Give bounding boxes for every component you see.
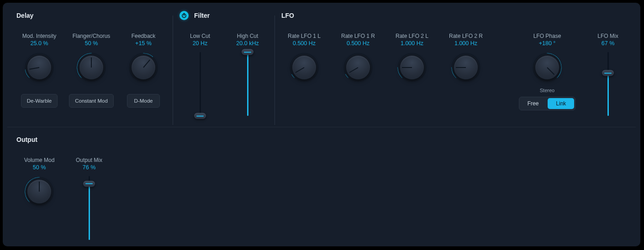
label-lfo-phase: LFO Phase [533,33,561,39]
label-low-cut: Low Cut [190,33,210,39]
section-filter: Filter Low Cut 20 Hz High Cut 20.0 kHz [179,11,268,116]
control-rate-lfo-2r: Rate LFO 2 R 1.000 Hz [443,33,489,116]
control-lfo-phase: LFO Phase +180 ° Stereo Free Link [515,33,579,116]
control-mod-intensity: Mod. Intensity 25.0 % De-Warble [16,33,62,108]
output-title: Output [16,135,110,144]
stereo-option-link[interactable]: Link [548,98,574,109]
knob-rate-lfo-1r[interactable] [343,53,373,82]
button-de-warble[interactable]: De-Warble [21,94,58,108]
control-low-cut: Low Cut 20 Hz [179,33,221,116]
value-rate-lfo-2r: 1.000 Hz [454,40,477,47]
control-feedback: Feedback +15 % D-Mode [121,33,166,108]
control-lfo-mix: LFO Mix 67 % [587,33,628,116]
knob-rate-lfo-2l[interactable] [397,53,427,82]
knob-mod-intensity[interactable] [25,53,54,82]
value-rate-lfo-1r: 0.500 Hz [347,40,370,47]
label-rate-lfo-2l: Rate LFO 2 L [396,33,428,39]
stereo-option-free[interactable]: Free [519,97,547,110]
filter-title: Filter [194,12,210,19]
section-lfo: LFO Rate LFO 1 L 0.500 Hz Rate LFO 1 R 0… [281,11,628,116]
control-volume-mod: Volume Mod 50 % [16,157,62,240]
stereo-label: Stereo [540,88,554,93]
value-volume-mod: 50 % [33,164,46,171]
slider-high-cut[interactable] [241,52,254,116]
knob-lfo-phase[interactable] [533,53,562,82]
value-feedback: +15 % [135,40,152,47]
fx-panel: Delay Mod. Intensity 25.0 % De-Warble Fl… [3,3,640,246]
power-icon [181,13,187,18]
label-flanger-chorus: Flanger/Chorus [73,33,111,39]
label-rate-lfo-1l: Rate LFO 1 L [288,33,321,39]
label-rate-lfo-1r: Rate LFO 1 R [341,33,375,39]
control-rate-lfo-2l: Rate LFO 2 L 1.000 Hz [389,33,435,116]
label-volume-mod: Volume Mod [24,157,55,163]
label-rate-lfo-2r: Rate LFO 2 R [449,33,483,39]
control-output-mix: Output Mix 76 % [69,157,110,240]
horizontal-divider [7,127,636,127]
top-row: Delay Mod. Intensity 25.0 % De-Warble Fl… [16,11,627,125]
slider-low-cut[interactable] [194,52,206,116]
knob-rate-lfo-2r[interactable] [451,53,480,82]
value-high-cut: 20.0 kHz [236,40,259,47]
slider-output-mix[interactable] [83,176,95,240]
lfo-title: LFO [281,11,628,20]
knob-flanger-chorus[interactable] [77,53,106,82]
label-feedback: Feedback [132,33,156,39]
value-lfo-mix: 67 % [602,40,615,47]
control-rate-lfo-1l: Rate LFO 1 L 0.500 Hz [281,33,327,116]
label-output-mix: Output Mix [76,157,102,163]
section-output: Output Volume Mod 50 % Output Mix 76 % [16,135,110,240]
button-constant-mod[interactable]: Constant Mod [69,94,114,108]
knob-rate-lfo-1l[interactable] [290,53,319,82]
knob-volume-mod[interactable] [25,177,54,206]
divider-2 [274,16,275,125]
label-lfo-mix: LFO Mix [597,33,618,39]
value-rate-lfo-2l: 1.000 Hz [401,40,423,47]
label-mod-intensity: Mod. Intensity [22,33,57,39]
delay-title: Delay [16,11,166,20]
value-flanger-chorus: 50 % [85,40,98,47]
section-delay: Delay Mod. Intensity 25.0 % De-Warble Fl… [16,11,166,108]
control-high-cut: High Cut 20.0 kHz [227,33,268,116]
value-low-cut: 20 Hz [193,40,208,47]
control-rate-lfo-1r: Rate LFO 1 R 0.500 Hz [335,33,381,116]
label-high-cut: High Cut [237,33,259,39]
value-lfo-phase: +180 ° [539,40,556,47]
divider-1 [173,16,173,125]
knob-feedback[interactable] [129,53,158,82]
value-output-mix: 76 % [83,164,96,171]
control-flanger-chorus: Flanger/Chorus 50 % Constant Mod [69,33,114,108]
value-mod-intensity: 25.0 % [31,40,48,47]
slider-lfo-mix[interactable] [602,52,614,116]
button-d-mode[interactable]: D-Mode [127,94,160,108]
value-rate-lfo-1l: 0.500 Hz [293,40,316,47]
filter-power-button[interactable] [179,11,189,20]
stereo-segment: Free Link [519,97,576,110]
